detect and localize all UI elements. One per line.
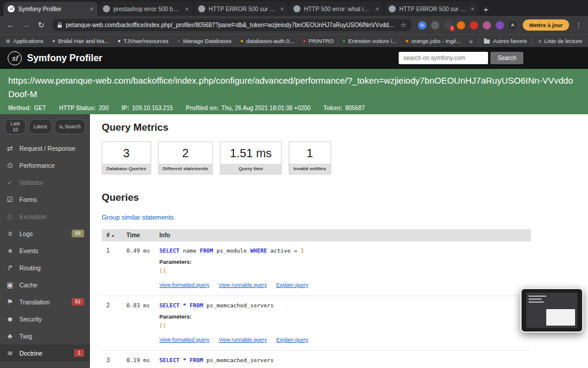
sidebar-item-security[interactable]: ☻Security (0, 310, 90, 327)
meta-label: HTTP Status: (59, 105, 96, 111)
bookmark-label: Entretien voiture /... (348, 38, 396, 44)
update-button[interactable]: Mettre à jour (523, 19, 569, 31)
browser-tab[interactable]: HTTP ERROR 500 sur Back-off× (194, 2, 288, 16)
bookmark-item[interactable]: ▦Applications (6, 38, 44, 44)
extension-icon[interactable] (483, 21, 491, 29)
queries-table-body: 10.49 msSELECT name FROM ps_module WHERE… (102, 241, 531, 368)
profiler-search-input[interactable] (399, 52, 488, 64)
query-info: SELECT name FROM ps_module WHERE active … (159, 247, 526, 289)
bookmarks-list: ▦Applications●Bridal Hair and Ma...●TJVi… (6, 38, 461, 44)
query-link[interactable]: Explain query (276, 282, 309, 288)
lock-icon (58, 25, 62, 28)
bookmark-item[interactable]: ●Entretien voiture /... (342, 38, 396, 44)
browser-menu-icon[interactable]: ⋮ (575, 21, 582, 29)
sidebar-filter-search[interactable]: Search (55, 119, 85, 134)
query-link[interactable]: View runnable query (219, 282, 267, 288)
back-icon[interactable]: ← (6, 21, 15, 29)
sidebar-item-twig[interactable]: ♣Twig (0, 327, 90, 344)
queries-table-header: #▲TimeInfo (102, 229, 531, 241)
extension-icon[interactable]: A (509, 21, 517, 29)
query-link[interactable]: Explain query (276, 337, 309, 343)
pip-screen (526, 293, 577, 328)
query-row: 30.19 msSELECT * FROM ps_memcached_serve… (102, 351, 531, 368)
symfony-logo: sf (8, 51, 22, 65)
sidebar-item-cache[interactable]: ▣Cache (0, 276, 90, 293)
reading-list[interactable]: ≡ Liste de lecture (538, 38, 582, 44)
sidebar-item-translation[interactable]: ⚑Translation52 (0, 293, 90, 310)
metric-card: 1.51 msQuery time (220, 141, 282, 174)
other-bookmarks[interactable]: Autres favoris (484, 38, 527, 44)
profiler-search-button[interactable]: Search (490, 52, 523, 64)
tab-close-icon[interactable]: × (90, 5, 93, 12)
sidebar-item-exception[interactable]: ⚠Exception (0, 208, 90, 225)
sidebar-item-validator[interactable]: ✓Validator (0, 174, 90, 191)
sidebar-item-doctrine[interactable]: ≋Doctrine1 (0, 344, 90, 362)
browser-tab[interactable]: HTTP 500 error: what is it and× (289, 2, 383, 16)
bookmarks-bar: ▦Applications●Bridal Hair and Ma...●TJVi… (0, 34, 588, 47)
extension-icon[interactable] (470, 21, 478, 29)
pip-thumbnail[interactable] (520, 288, 583, 333)
metric-card: 1Invalid entities (289, 141, 331, 174)
browser-tab[interactable]: sfSymfony Profiler× (4, 2, 98, 16)
sidebar-item-request-response[interactable]: ⇄Request / Response (0, 140, 90, 157)
column-header[interactable]: Time (126, 232, 159, 238)
extension-icon[interactable] (496, 21, 504, 29)
forward-icon[interactable]: → (21, 21, 31, 29)
query-row: 10.49 msSELECT name FROM ps_module WHERE… (102, 241, 531, 296)
query-info: SELECT * FROM ps_memcached_serversParame… (159, 302, 526, 344)
bookmark-favicon: ● (177, 39, 180, 44)
sidebar-filter-latest[interactable]: Latest (29, 119, 52, 134)
meta-label: Profiled on: (186, 105, 219, 111)
tab-close-icon[interactable]: × (376, 5, 379, 12)
extension-icon[interactable] (457, 21, 465, 29)
query-link[interactable]: View formatted query (159, 282, 209, 288)
extension-icon[interactable]: b (418, 21, 426, 29)
bookmark-star-icon[interactable]: ☆ (400, 21, 406, 29)
bookmarks-overflow-icon[interactable]: » (469, 38, 473, 45)
sidebar-item-forms[interactable]: ☑Forms (0, 191, 90, 208)
query-link[interactable]: View formatted query (159, 337, 209, 343)
browser-tab[interactable]: prestashop error 500 backoffi× (99, 2, 193, 16)
sidebar-item-events[interactable]: ∗Events (0, 242, 90, 259)
reload-icon[interactable]: ↻ (36, 21, 46, 29)
search-icon (59, 125, 62, 128)
bookmark-item[interactable]: ●PRINTRO (303, 38, 334, 44)
query-time: 0.19 ms (126, 357, 159, 368)
bookmark-item[interactable]: ●databases-auth.0... (240, 38, 294, 44)
cache-icon: ▣ (6, 281, 14, 289)
column-header[interactable]: Info (159, 232, 526, 238)
browser-tab[interactable]: HTTP ERROR 500 sur back off× (385, 2, 479, 16)
extension-icon[interactable]: 1 (444, 21, 452, 29)
tab-close-icon[interactable]: × (471, 5, 475, 12)
sidebar-item-logs[interactable]: ≡Logs58 (0, 225, 90, 242)
bookmark-item[interactable]: ●TJViser/resources (118, 38, 168, 44)
extension-icon[interactable] (431, 21, 439, 29)
meta-value: 805687 (345, 105, 365, 111)
extension-icons: b1A (418, 21, 517, 29)
tab-close-icon[interactable]: × (185, 5, 189, 12)
column-header[interactable]: #▲ (106, 232, 126, 238)
bookmark-item[interactable]: ●Bridal Hair and Ma... (52, 38, 109, 44)
bookmark-favicon: ● (342, 39, 345, 44)
doctrine-icon: ≋ (6, 349, 14, 357)
bookmark-favicon: ■ (406, 39, 409, 44)
bookmark-item[interactable]: ■orange.jobs - Ingé... (406, 38, 461, 44)
bookmark-item[interactable]: ●Manage Databases (177, 38, 231, 44)
pip-text-line (529, 296, 546, 297)
sidebar-item-label: Security (19, 316, 42, 323)
sidebar-item-routing[interactable]: ↱Routing (0, 259, 90, 276)
sidebar-filter-last-10[interactable]: Last 10 (5, 119, 26, 134)
sql-token: * (183, 357, 189, 363)
query-link[interactable]: View runnable query (219, 337, 267, 343)
meta-value: Thu, 26 Aug 2021 18:01:38 +0200 (222, 105, 311, 111)
query-row: 20.83 msSELECT * FROM ps_memcached_serve… (102, 296, 531, 351)
sidebar-item-performance[interactable]: ⊙Performance (0, 157, 90, 174)
tab-close-icon[interactable]: × (280, 5, 284, 12)
sql-token: FROM (190, 357, 207, 363)
exception-icon: ⚠ (6, 213, 14, 221)
page-favicon (198, 5, 205, 12)
new-tab-button[interactable]: + (483, 4, 489, 14)
sidebar-item-e-mails[interactable]: ✉E-Mails (0, 362, 90, 368)
address-bar[interactable]: petanque-web.com/backoffice/index.php/_p… (52, 19, 412, 31)
group-similar-statements-link[interactable]: Group similar statements (102, 214, 173, 221)
